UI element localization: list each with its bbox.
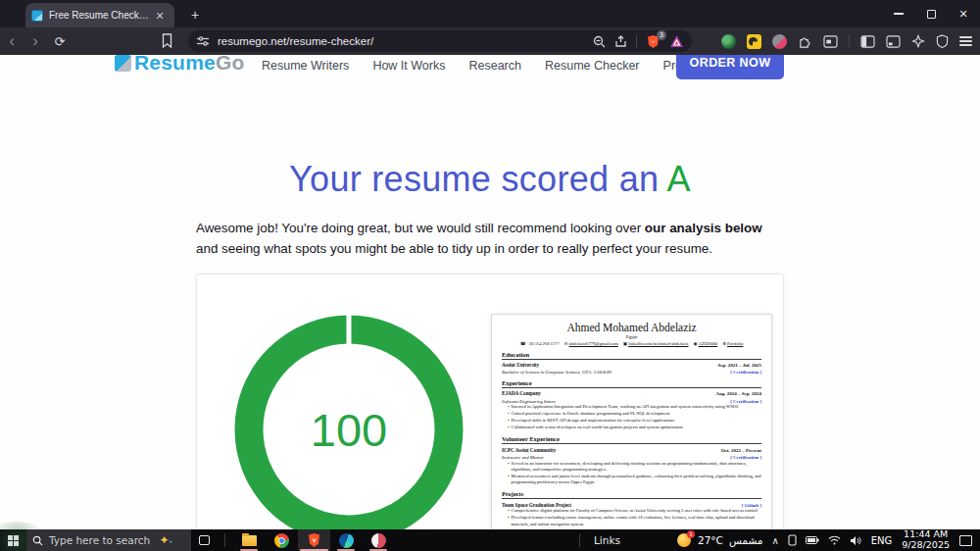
zoom-out-icon[interactable] [593, 35, 606, 48]
clock-date: 9/28/2025 [902, 540, 950, 551]
resume-bullet: •Developed features including course man… [508, 515, 761, 527]
tab-title: Free Resume Checker and Scanner [49, 10, 153, 21]
resume-contact[interactable]: ◉AZIZ6000 [693, 341, 717, 346]
resume-entry-subheader: Bachelor of Science in Computer Science,… [502, 370, 761, 375]
extension-icon[interactable] [721, 34, 736, 49]
resumego-logo[interactable]: ResumeGo [115, 55, 244, 75]
wallet-icon[interactable] [886, 35, 901, 48]
extensions-puzzle-icon[interactable] [798, 34, 812, 49]
search-highlights-icon[interactable] [154, 533, 177, 547]
window-maximize-button[interactable] [914, 0, 948, 27]
resume-contact[interactable]: ✉abdelaziz6779@gmail.com [564, 341, 618, 346]
url-text[interactable]: resumego.net/resume-checker/ [218, 35, 584, 47]
forward-icon[interactable] [24, 29, 47, 53]
windows-logo-icon [8, 535, 19, 546]
search-in-page-icon[interactable] [823, 35, 838, 48]
back-icon[interactable] [0, 29, 24, 53]
task-view-button[interactable] [191, 535, 217, 545]
sidebar-icon[interactable] [860, 35, 875, 48]
nav-item-resume-writers[interactable]: Resume Writers [262, 59, 349, 73]
resume-section-heading: Projects [502, 490, 761, 499]
tab-close-icon[interactable] [153, 9, 167, 23]
leo-ai-sparkle-icon[interactable] [911, 34, 925, 48]
hidden-icons-chevron[interactable] [771, 535, 778, 546]
resume-bullet-text: Mentored newcomers and junior-level stud… [512, 474, 761, 486]
vpn-shield-icon[interactable] [936, 34, 949, 48]
start-button[interactable] [0, 529, 26, 551]
resume-preview[interactable]: Ahmed Mohamed Abdelaziz Egypt ☎+20 114 2… [491, 314, 772, 529]
resume-contact[interactable]: ▣linkedin.com/in/ahmed-abdelaziz [623, 341, 689, 346]
resume-entry-header: EJADA CompanyAug. 2024 – Sep. 2024 [502, 390, 761, 396]
certification-link[interactable]: [ Certification ] [730, 370, 761, 375]
taskbar: Type here to search Links 1 27°C مشمس [0, 529, 980, 551]
taskbar-chrome[interactable] [266, 529, 298, 551]
browser-tab[interactable]: Free Resume Checker and Scanner [25, 3, 174, 27]
score-card: 100 Document Synopsis Ahmed Mohamed Abde… [196, 274, 784, 529]
certification-link[interactable]: [ Certification ] [730, 399, 761, 404]
resume-location: Egypt [502, 334, 761, 339]
site-settings-icon[interactable] [196, 34, 210, 48]
resume-entry-subheader: Instructor and Mentor[ Certification ] [502, 455, 761, 460]
resume-body: EducationAssiut UniversitySep. 2021 – Ju… [502, 351, 761, 530]
bookmark-icon[interactable] [161, 33, 173, 48]
bullet-dot: • [508, 515, 510, 527]
resume-entry-title: EJADA Company [502, 390, 541, 396]
browser-titlebar: Free Resume Checker and Scanner [0, 0, 980, 27]
bullet-dot: • [508, 418, 510, 424]
action-center-icon[interactable] [959, 535, 972, 546]
resume-bullet-text: Served as an instructor for newcomers, d… [512, 461, 761, 474]
new-tab-button[interactable] [186, 6, 204, 24]
bullet-dot: • [508, 474, 510, 486]
nav-item-research[interactable]: Research [468, 59, 521, 73]
language-indicator[interactable]: ENG [871, 535, 893, 546]
brave-shields-icon[interactable]: 3 [646, 34, 661, 49]
taskbar-file-explorer[interactable] [233, 529, 266, 551]
url-bar[interactable]: resumego.net/resume-checker/ 3 [188, 30, 692, 52]
share-icon[interactable] [614, 35, 627, 48]
email-icon: ✉ [564, 341, 568, 346]
resume-entry-title: ICPC Assiut Community [502, 447, 556, 453]
certification-link[interactable]: [ Certification ] [730, 455, 761, 460]
resume-entry-role: Bachelor of Science in Computer Science,… [502, 370, 612, 375]
browser-toolbar: resumego.net/resume-checker/ 3 [0, 27, 980, 55]
your-phone-icon[interactable] [788, 534, 797, 546]
taskbar-weather[interactable]: 1 27°C مشمس [677, 533, 762, 547]
resume-name: Ahmed Mohamed Abdelaziz [502, 322, 761, 333]
resume-contact-text: AZIZ6000 [699, 341, 718, 346]
volume-icon[interactable] [850, 535, 861, 546]
menu-icon[interactable] [959, 36, 972, 46]
score-value: 100 [233, 314, 465, 529]
resume-bullet: •Collaborated with senior developers on … [508, 425, 761, 430]
resume-contact[interactable]: ⊕Portfolio [722, 341, 743, 346]
window-minimize-button[interactable] [882, 0, 915, 27]
nav-item-how-it-works[interactable]: How It Works [372, 59, 445, 73]
resume-contact-text: Portfolio [727, 341, 743, 346]
extension-icon[interactable] [747, 34, 761, 49]
taskbar-brave-active[interactable] [298, 529, 330, 551]
taskbar-search[interactable]: Type here to search [26, 529, 191, 551]
resume-bullet: •Gained practical experience in Oracle d… [508, 411, 761, 417]
resume-entry-header: Assiut UniversitySep. 2021 – Jul. 2025 [502, 362, 761, 368]
order-now-button[interactable]: ORDER NOW [676, 55, 784, 79]
screen: Free Resume Checker and Scanner resumego… [0, 0, 980, 551]
bullet-dot: • [508, 411, 510, 417]
links-toolbar[interactable]: Links [594, 534, 620, 546]
brave-rewards-icon[interactable] [669, 34, 684, 48]
resume-bullet-text: Developed skills in REST API design and … [512, 418, 675, 424]
taskbar-edge[interactable] [330, 529, 363, 551]
extension-icon[interactable] [772, 34, 787, 49]
reload-icon[interactable] [47, 34, 73, 49]
taskbar-clock[interactable]: 11:44 AM 9/28/2025 [902, 529, 950, 551]
resume-bullet: •Developed skills in REST API design and… [508, 418, 761, 424]
taskbar-app[interactable] [363, 529, 395, 551]
nav-item-resume-checker[interactable]: Resume Checker [545, 59, 640, 73]
window-close-button[interactable] [947, 0, 980, 27]
battery-icon[interactable] [806, 536, 819, 544]
wifi-icon[interactable] [828, 535, 841, 545]
resume-bullet: •Interned in Application Integration and… [508, 404, 761, 410]
github-link[interactable]: [ Github ] [742, 503, 761, 508]
search-placeholder: Type here to search [49, 534, 150, 546]
analysis-below-emphasis: our analysis below [645, 221, 762, 235]
resume-entry-title: Team Space Graduation Project [502, 502, 571, 508]
resume-bullet: •Served as an instructor for newcomers, … [508, 461, 761, 474]
